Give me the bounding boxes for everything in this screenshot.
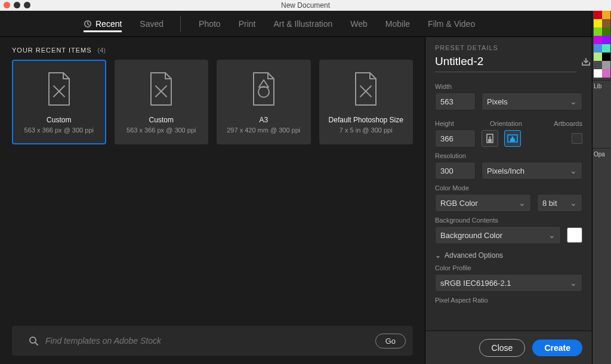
libraries-tab[interactable]: Lib [593, 80, 611, 92]
swatch[interactable] [602, 11, 610, 19]
tab-print[interactable]: Print [239, 16, 256, 32]
width-label: Width [435, 83, 582, 90]
svg-point-1 [258, 87, 269, 97]
resolution-input[interactable]: 300 [435, 162, 476, 180]
clock-icon [84, 20, 92, 28]
swatch[interactable] [602, 27, 610, 36]
colorprofile-select[interactable]: sRGB IEC61966-2.1 [435, 274, 582, 292]
swatch[interactable] [602, 69, 610, 78]
document-icon [350, 70, 382, 107]
search-icon [29, 336, 38, 346]
color-swatches [594, 11, 610, 78]
orientation-landscape-button[interactable] [504, 130, 521, 147]
zoom-icon[interactable] [24, 2, 30, 8]
swatch[interactable] [602, 36, 610, 44]
swatch[interactable] [594, 61, 602, 69]
tab-web[interactable]: Web [350, 16, 368, 32]
height-label: Height [435, 120, 476, 127]
background-label: Background Contents [435, 217, 582, 224]
category-tabs: Recent Saved Photo Print Art & Illustrat… [0, 11, 592, 37]
colormode-select[interactable]: RGB Color [435, 194, 531, 212]
resolution-label: Resolution [435, 152, 582, 159]
opacity-tab[interactable]: Opa [593, 148, 611, 160]
swatch[interactable] [594, 44, 602, 53]
close-icon[interactable] [4, 2, 10, 8]
preset-card[interactable]: Custom 563 x 366 px @ 300 ppi [12, 60, 106, 144]
tab-recent-label: Recent [95, 19, 122, 29]
dialog-footer: Close Create [425, 331, 592, 364]
width-input[interactable]: 563 [435, 92, 476, 110]
swatch[interactable] [594, 19, 602, 27]
colorprofile-label: Color Profile [435, 264, 582, 272]
recent-heading: YOUR RECENT ITEMS (4) [12, 47, 413, 54]
tab-film[interactable]: Film & Video [428, 16, 475, 32]
details-heading: PRESET DETAILS [425, 37, 592, 54]
colormode-label: Color Mode [435, 184, 582, 192]
width-unit-select[interactable]: Pixels [482, 92, 582, 110]
stock-go-button[interactable]: Go [375, 334, 406, 348]
tab-photo[interactable]: Photo [199, 16, 221, 32]
tab-recent[interactable]: Recent [84, 16, 122, 32]
preset-card[interactable]: Custom 563 x 366 px @ 300 ppi [115, 60, 208, 144]
stock-search-input[interactable] [45, 336, 368, 346]
save-preset-icon[interactable] [581, 58, 591, 68]
preset-card[interactable]: A3 297 x 420 mm @ 300 ppi [217, 60, 310, 144]
swatch[interactable] [594, 27, 602, 36]
host-app-sidebar: Lib Opa [592, 11, 611, 364]
tab-art[interactable]: Art & Illustration [273, 16, 332, 32]
document-icon [43, 70, 75, 107]
background-select[interactable]: Background Color [435, 226, 561, 244]
swatch[interactable] [602, 53, 610, 61]
orientation-label: Orientation [490, 120, 522, 127]
advanced-options-toggle[interactable]: Advanced Options [435, 251, 582, 260]
tab-mobile[interactable]: Mobile [385, 16, 410, 32]
window-titlebar: New Document [0, 0, 611, 11]
document-icon [248, 70, 280, 107]
document-title-input[interactable] [435, 54, 576, 72]
resolution-unit-select[interactable]: Pixels/Inch [482, 162, 582, 180]
window-controls [4, 2, 30, 8]
background-color-swatch[interactable] [567, 227, 582, 243]
new-document-dialog: Recent Saved Photo Print Art & Illustrat… [0, 11, 592, 364]
svg-point-4 [489, 137, 491, 138]
tab-saved[interactable]: Saved [140, 16, 181, 32]
preset-list-pane: YOUR RECENT ITEMS (4) Custom 563 x 366 p… [0, 37, 425, 364]
document-icon [145, 70, 177, 107]
close-button[interactable]: Close [479, 339, 526, 357]
artboards-checkbox[interactable] [572, 133, 582, 144]
swatch[interactable] [602, 44, 610, 53]
pixel-aspect-label: Pixel Aspect Ratio [435, 297, 582, 304]
colordepth-select[interactable]: 8 bit [537, 194, 582, 212]
preset-card[interactable]: Default Photoshop Size 7 x 5 in @ 300 pp… [319, 60, 413, 144]
orientation-portrait-button[interactable] [482, 130, 498, 147]
swatch[interactable] [602, 19, 610, 27]
preset-cards: Custom 563 x 366 px @ 300 ppi Custom 563… [12, 60, 413, 144]
preset-details-panel: PRESET DETAILS Width 563 Pixels Height O… [425, 37, 592, 364]
create-button[interactable]: Create [532, 340, 582, 356]
stock-search-bar: Go [12, 326, 413, 356]
artboards-label: Artboards [554, 120, 582, 127]
swatch[interactable] [602, 61, 610, 69]
height-input[interactable]: 366 [435, 129, 476, 147]
swatch[interactable] [594, 69, 602, 78]
swatch[interactable] [594, 53, 602, 61]
swatch[interactable] [594, 36, 602, 44]
minimize-icon[interactable] [14, 2, 20, 8]
window-title: New Document [281, 1, 330, 10]
swatch[interactable] [594, 11, 602, 19]
